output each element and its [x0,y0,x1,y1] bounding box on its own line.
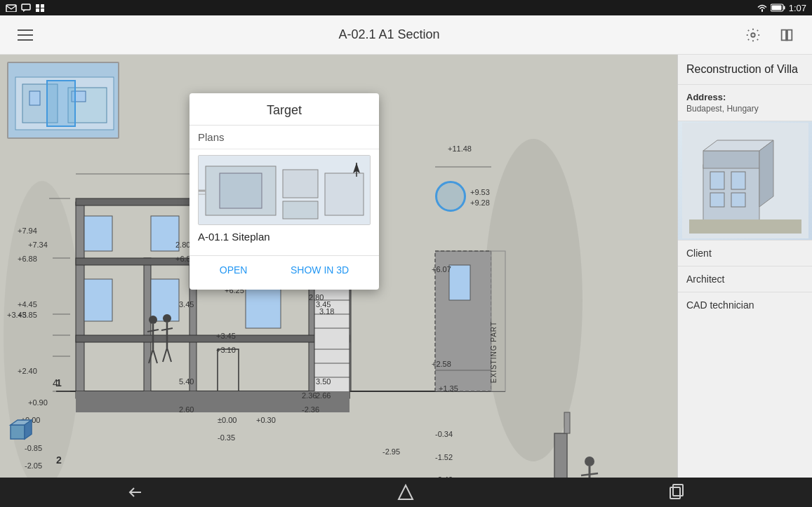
back-button[interactable] [114,478,157,506]
svg-rect-85 [703,151,759,168]
popup-plan-card: A-01.1 Siteplan [189,149,379,255]
popup-plan-image [198,155,371,225]
thumbnail-svg [8,63,119,139]
dim-030: +0.30 [256,416,276,424]
svg-rect-8 [771,6,781,11]
svg-rect-105 [673,485,683,496]
app-bar-actions [739,21,801,49]
svg-rect-5 [41,8,44,12]
recents-button[interactable] [655,478,698,506]
svg-rect-1 [22,4,30,10]
gear-icon [745,27,761,43]
marker-circle-1[interactable] [435,181,466,212]
hamburger-line-2 [18,34,33,36]
dim-540: 5.40 [179,377,194,386]
svg-rect-72 [564,412,570,433]
email-icon [6,4,17,12]
popup-dialog[interactable]: Target Plans [189,93,379,290]
dim-953: +9.53 [470,188,490,196]
dim-205: -2.05 [25,461,42,470]
svg-rect-80 [11,425,25,439]
dim-794: +7.94 [18,227,37,235]
dim-236b: -2.36 [302,405,319,414]
panel-address-value: Budapest, Hungary [686,104,804,114]
thumbnail-content [8,63,118,137]
settings-button[interactable] [739,21,767,49]
home-icon [397,484,414,501]
3d-icon [7,414,35,442]
svg-marker-87 [759,140,773,207]
status-bar-right: 1:07 [757,3,806,13]
dim-734: +7.34 [28,241,48,249]
3d-view-button[interactable] [7,414,35,442]
menu-button[interactable] [11,21,39,49]
svg-point-9 [751,33,755,37]
panel-architect: Architect [678,266,812,292]
dim-280b: 2.80 [309,293,324,302]
status-bar: 1:07 [0,0,812,15]
svg-rect-95 [220,173,262,208]
book-button[interactable] [773,21,801,49]
hamburger-line-3 [18,39,33,41]
svg-rect-89 [731,172,745,189]
svg-point-45 [149,316,157,324]
dim-688: +6.88 [18,255,37,263]
dim-318: 3.18 [319,307,334,316]
app-bar: A-02.1 A1 Section [0,15,812,55]
svg-rect-96 [283,170,318,198]
back-icon [127,484,144,501]
dim-345b: +3.45 [216,332,236,340]
panel-address-label: Address: [686,92,804,102]
svg-point-50 [163,314,171,323]
app-title: A-02.1 A1 Section [39,27,739,42]
app-icon [35,4,45,12]
svg-rect-2 [36,4,39,8]
panel-building-image [678,121,812,241]
popup-actions: Open Show in 3D [189,255,379,290]
svg-rect-23 [84,216,112,251]
svg-rect-98 [325,173,364,215]
dim-034: -0.34 [435,430,453,438]
right-panel: Reconstruction of Villa Address: Budapes… [677,55,812,478]
svg-rect-44 [449,265,470,300]
bottom-navigation [0,478,812,507]
popup-plans-label: Plans [189,126,379,149]
room-2: 2 [56,454,62,466]
svg-rect-3 [41,4,44,8]
svg-rect-79 [47,81,75,126]
svg-rect-91 [731,193,745,207]
svg-rect-15 [144,258,151,391]
svg-rect-20 [76,335,350,342]
svg-rect-88 [710,172,724,189]
popup-open-button[interactable]: Open [208,259,259,281]
panel-cad-technician: CAD technician [678,292,812,318]
dim-240: +2.40 [18,367,37,375]
svg-rect-14 [76,202,84,391]
room-4: 4 [53,377,58,388]
dim-928: +9.28 [470,198,490,207]
svg-rect-97 [283,201,318,219]
book-icon [779,27,794,43]
dim-310: +3.10 [216,346,236,354]
popup-plan-name: A-01.1 Siteplan [198,231,371,243]
dim-295: -2.95 [382,447,400,456]
dim-345-v: 3.45 [179,300,194,309]
hamburger-line-1 [18,29,33,31]
dim-top-right: +11.48 [448,144,472,153]
status-bar-left [6,4,45,12]
siteplan-preview [199,156,371,225]
home-button[interactable] [385,478,427,506]
dim-345: +3.45 [7,311,27,319]
panel-client: Client [678,241,812,266]
thumbnail-minimap[interactable] [7,62,119,139]
battery-icon [771,4,786,12]
popup-show3d-button[interactable]: Show in 3D [279,259,360,281]
existing-part-label: EXISTING PART [490,321,498,383]
dim-090: +0.90 [28,398,48,407]
svg-point-55 [585,457,594,466]
svg-rect-92 [689,219,801,234]
dim-260: 2.60 [179,405,194,414]
dim-035: -0.35 [218,433,235,442]
recents-icon [668,484,685,501]
svg-rect-0 [6,5,16,12]
